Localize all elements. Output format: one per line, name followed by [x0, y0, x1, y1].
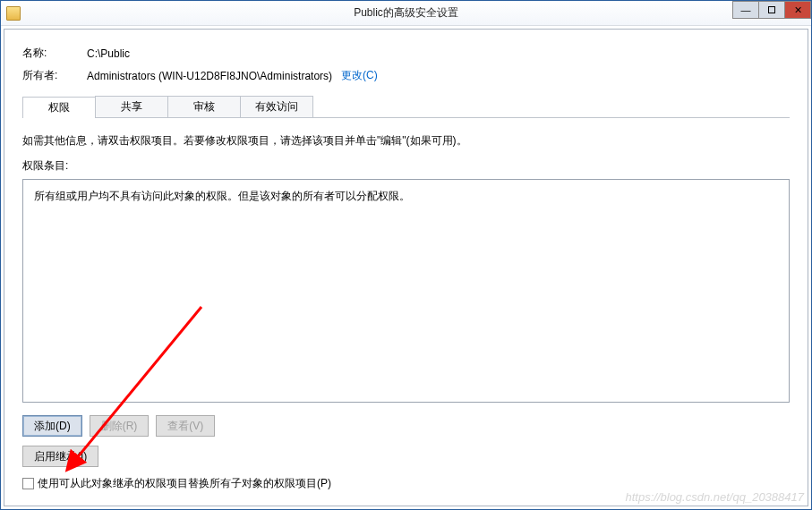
- tab-audit[interactable]: 审核: [167, 96, 241, 117]
- permission-entries-label: 权限条目:: [22, 158, 790, 174]
- name-value: C:\Public: [87, 47, 130, 60]
- client-area: 名称: C:\Public 所有者: Administrators (WIN-U…: [4, 29, 808, 506]
- replace-children-label: 使用可从此对象继承的权限项目替换所有子对象的权限项目(P): [38, 476, 331, 491]
- title-bar[interactable]: Public的高级安全设置 — ✕: [1, 1, 811, 26]
- change-owner-link[interactable]: 更改(C): [341, 68, 378, 83]
- permission-entries-empty-text: 所有组或用户均不具有访问此对象的权限。但是该对象的所有者可以分配权限。: [34, 189, 778, 204]
- replace-children-checkbox[interactable]: [22, 478, 34, 489]
- add-button[interactable]: 添加(D): [22, 415, 82, 437]
- owner-label: 所有者:: [22, 68, 87, 83]
- tab-permissions[interactable]: 权限: [22, 97, 96, 118]
- remove-button[interactable]: 删除(R): [90, 415, 150, 437]
- name-row: 名称: C:\Public: [22, 46, 790, 61]
- dialog-window: Public的高级安全设置 — ✕ 名称: C:\Public 所有者: Adm…: [0, 0, 812, 510]
- entry-buttons-row: 添加(D) 删除(R) 查看(V): [22, 415, 790, 437]
- tab-share[interactable]: 共享: [95, 96, 168, 117]
- enable-inheritance-button[interactable]: 启用继承(I): [22, 446, 98, 467]
- permission-entries-list[interactable]: 所有组或用户均不具有访问此对象的权限。但是该对象的所有者可以分配权限。: [22, 179, 790, 403]
- close-button[interactable]: ✕: [784, 1, 811, 19]
- instruction-text: 如需其他信息，请双击权限项目。若要修改权限项目，请选择该项目并单击"编辑"(如果…: [22, 132, 790, 149]
- view-button[interactable]: 查看(V): [156, 415, 215, 437]
- window-title: Public的高级安全设置: [1, 5, 811, 21]
- owner-value: Administrators (WIN-U12D8FI8JNO\Administ…: [87, 70, 332, 82]
- window-controls: — ✕: [733, 1, 811, 19]
- owner-row: 所有者: Administrators (WIN-U12D8FI8JNO\Adm…: [22, 68, 790, 83]
- minimize-button[interactable]: —: [732, 1, 759, 19]
- folder-icon: [6, 6, 21, 21]
- replace-children-row: 使用可从此对象继承的权限项目替换所有子对象的权限项目(P): [22, 476, 790, 491]
- maximize-button[interactable]: [758, 1, 785, 19]
- name-label: 名称:: [22, 46, 87, 61]
- tab-effective-access[interactable]: 有效访问: [240, 96, 313, 117]
- tab-strip: 权限 共享 审核 有效访问: [22, 96, 790, 118]
